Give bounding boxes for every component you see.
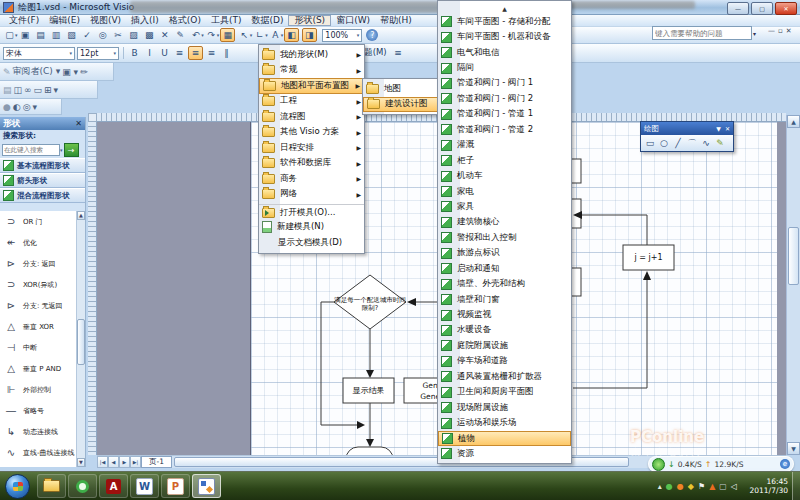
stencil-category-bar[interactable]: 箭头形状 — [0, 173, 85, 188]
flame-icon[interactable]: ▲ — [709, 482, 715, 491]
taskbar-item-visio-active[interactable] — [192, 474, 221, 498]
stencil-category-bar[interactable]: 基本流程图形状 — [0, 158, 85, 173]
stencil-menu-item[interactable]: 管道和阀门 - 管道 2 — [438, 122, 571, 137]
shape-list-scrollbar[interactable]: ▲ ▼ — [76, 211, 85, 467]
toolbar-button-icon[interactable]: ✎ — [3, 67, 11, 77]
toolbar-button-icon[interactable]: ◐ — [13, 102, 21, 112]
chevron-down-icon[interactable]: ▾ — [60, 147, 63, 153]
toolbar-button-icon[interactable]: ▤ — [3, 85, 12, 95]
toolbar-button-icon[interactable]: ∞ — [24, 85, 32, 95]
menu-item[interactable]: 其他 Visio 方案 ▶ — [259, 125, 364, 141]
close-icon[interactable]: ✕ — [725, 125, 730, 132]
toolbar-button-icon[interactable]: ✏ — [80, 67, 88, 77]
drawing-tool-icon[interactable]: ○ — [658, 138, 670, 148]
toolbar-button-icon[interactable]: ▣ ▾ — [62, 67, 78, 77]
taskbar-item-green-app[interactable] — [68, 474, 97, 498]
stencil-menu-item[interactable]: 庭院附属设施 — [438, 338, 571, 353]
flag-icon[interactable]: ⚑ — [698, 482, 705, 491]
stencil-menu-item[interactable]: 家电 — [438, 184, 571, 199]
stencil-menu-item[interactable]: 现场附属设施 — [438, 400, 571, 415]
menu-item[interactable]: 新建模具(N) ▶ — [259, 220, 364, 236]
stencil-menu-item[interactable]: 隔间 — [438, 60, 571, 75]
toolbar-button-icon[interactable]: ✂ — [112, 29, 125, 42]
shape-search-input[interactable] — [2, 144, 60, 156]
page-nav-button[interactable]: ▶| — [130, 456, 141, 468]
doc-close-icon[interactable]: ✕ — [786, 27, 792, 35]
stencil-menu-item[interactable]: 旅游点标识 — [438, 246, 571, 261]
toolbar-button-icon[interactable]: ✕ — [158, 29, 171, 42]
toolbar-button-icon[interactable]: ● — [3, 102, 11, 112]
toolbar-button-icon[interactable]: ⊞ — [44, 85, 52, 95]
menu-item[interactable]: 常规 ▶ — [259, 63, 364, 79]
stencil-menu-item[interactable]: 运动场和娱乐场 — [438, 415, 571, 430]
taskbar-item-explorer[interactable] — [37, 474, 66, 498]
menu-item[interactable]: 编辑(E) — [44, 15, 85, 26]
stencil-menu-item[interactable]: 车间平面图 - 存储和分配 — [438, 14, 571, 29]
font-size-select[interactable]: 12pt ▾ — [77, 47, 119, 60]
stencil-menu-item[interactable]: 水暖设备 — [438, 323, 571, 338]
stencil-menu-item[interactable]: 电气和电信 — [438, 45, 571, 60]
toolbar-button-icon[interactable]: ▧ — [65, 29, 78, 42]
stencil-menu-item[interactable]: 启动和通知 — [438, 261, 571, 276]
menu-item[interactable]: 文件(F) — [4, 15, 44, 26]
drawing-tool-icon[interactable]: ⌒ — [686, 137, 698, 150]
line-weight-button[interactable]: ≡ — [392, 47, 405, 60]
stencil-menu-item[interactable]: 视频监视 — [438, 307, 571, 322]
zoom-select[interactable]: 100% ▾ — [322, 29, 362, 42]
stencil-menu-item[interactable]: 通风装置格栅和扩散器 — [438, 369, 571, 384]
process-shape[interactable]: 显示结果 — [343, 378, 394, 403]
shape-list-item[interactable]: ↞ 优化 — [0, 232, 76, 253]
menu-item[interactable]: 地图 ▶ — [363, 81, 447, 97]
format-button[interactable]: I — [143, 47, 156, 60]
stencil-menu-item[interactable]: 管道和阀门 - 管道 1 — [438, 107, 571, 122]
close-button[interactable]: ✕ — [775, 2, 797, 15]
stencil-menu-item[interactable]: 建筑物核心 — [438, 215, 571, 230]
shape-list-item[interactable]: ↳ 动态连接线 — [0, 421, 76, 442]
menu-item[interactable]: 打开模具(O)... ▶ — [259, 204, 364, 220]
dropdown-arrow-icon[interactable]: ▾ — [15, 32, 18, 38]
help-search-input[interactable] — [652, 26, 752, 40]
help-icon[interactable]: ? — [366, 29, 378, 41]
drawing-tool-icon[interactable]: ╱ — [672, 138, 684, 148]
scroll-up-icon[interactable]: ▲ — [787, 115, 800, 128]
page-nav-button[interactable]: ◀ — [108, 456, 119, 468]
start-button[interactable] — [5, 474, 30, 499]
dropdown-arrow-icon[interactable]: ▾ — [201, 32, 204, 38]
stencil-menu-item[interactable]: 卫生间和厨房平面图 — [438, 385, 571, 400]
show-desktop-button[interactable] — [792, 472, 800, 500]
format-button[interactable]: ≡ — [205, 47, 218, 60]
menu-item[interactable]: 窗口(W) — [331, 15, 375, 26]
stencil-menu-item[interactable]: 管道和阀门 - 阀门 2 — [438, 91, 571, 106]
shape-list-item[interactable]: ― 省略号 — [0, 400, 76, 421]
stencil-menu-item[interactable]: 家具 — [438, 199, 571, 214]
display-icon[interactable]: ▢ — [719, 482, 727, 491]
menu-item[interactable]: 我的形状(M) ▶ — [259, 47, 364, 63]
toolbar-button-icon[interactable]: ▭ — [34, 85, 43, 95]
stencil-menu-item[interactable]: 柜子 — [438, 153, 571, 168]
menu-item[interactable]: 显示文档模具(D) ▶ — [259, 235, 364, 251]
shape-list-item[interactable]: ⊃ XOR(异或) — [0, 274, 76, 295]
stencil-menu-item[interactable]: 管道和阀门 - 阀门 1 — [438, 76, 571, 91]
menu-item[interactable]: 日程安排 ▶ — [259, 140, 364, 156]
stencil-menu-item[interactable]: 警报和出入控制 — [438, 230, 571, 245]
page-nav-button[interactable]: ▶ — [119, 456, 130, 468]
menu-item[interactable]: 帮助(H) — [375, 15, 417, 26]
menu-item[interactable]: 工程 ▶ — [259, 94, 364, 110]
stencil-menu-item[interactable]: 植物 — [438, 431, 571, 446]
menu-item[interactable]: 地图和平面布置图 ▶ — [259, 78, 364, 94]
network-speed-widget[interactable]: ↓ 0.4K/S ↑ 12.9K/S e — [648, 456, 794, 472]
format-button[interactable]: B — [128, 47, 141, 60]
toolbar-button-icon[interactable]: ▾ — [54, 85, 59, 95]
toolbar-button-icon[interactable]: ▤ — [34, 29, 47, 42]
toolbar-button-icon[interactable]: 审阅者(C) ▾ — [13, 65, 61, 78]
scrollbar-thumb[interactable] — [77, 319, 85, 365]
drawing-tool-icon[interactable]: ∿ — [700, 138, 712, 148]
page-tab[interactable]: 页-1 — [141, 456, 172, 468]
menu-scroll-up-icon[interactable]: ▲ — [438, 2, 571, 14]
toolbar-button-icon[interactable]: ◎ — [23, 102, 31, 112]
stencil-menu-item[interactable]: 机动车 — [438, 168, 571, 183]
stencil-menu-item[interactable]: 车间平面图 - 机器和设备 — [438, 29, 571, 44]
menu-item[interactable]: 插入(I) — [126, 15, 164, 26]
menu-item[interactable]: 建筑设计图 ▶ — [363, 97, 447, 113]
shape-list-item[interactable]: △ 垂直 XOR — [0, 316, 76, 337]
